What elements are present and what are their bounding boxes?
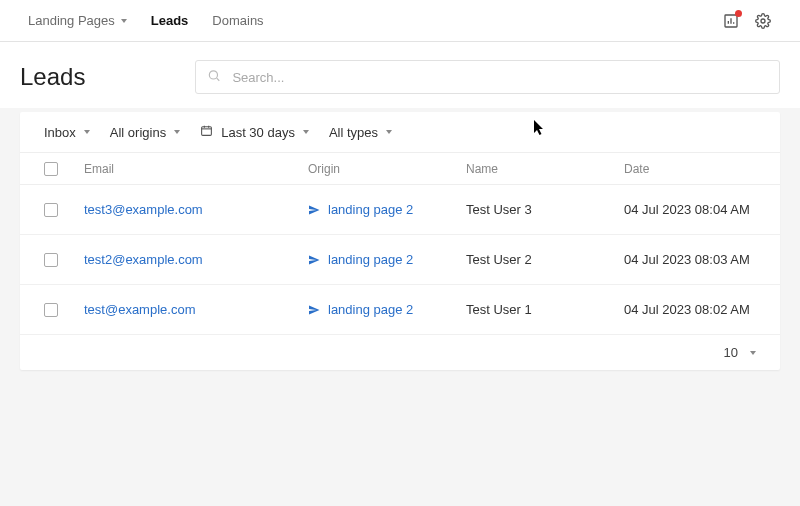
filter-date-range[interactable]: Last 30 days xyxy=(200,124,309,140)
chevron-down-icon xyxy=(750,351,756,355)
nav-item-domains[interactable]: Domains xyxy=(212,13,263,28)
topnav-right xyxy=(722,12,772,30)
nav-label-landing-pages: Landing Pages xyxy=(28,13,115,28)
filter-inbox-label: Inbox xyxy=(44,125,76,140)
calendar-icon xyxy=(200,124,213,140)
nav-item-leads[interactable]: Leads xyxy=(151,13,189,28)
notifications-button[interactable] xyxy=(722,12,740,30)
page-header: Leads xyxy=(0,42,800,108)
table-footer: 10 xyxy=(20,335,780,370)
svg-point-2 xyxy=(210,71,218,79)
col-header-date: Date xyxy=(624,162,756,176)
lead-origin-link[interactable]: landing page 2 xyxy=(328,202,413,217)
col-header-email: Email xyxy=(84,162,308,176)
col-header-name: Name xyxy=(466,162,624,176)
filters-bar: Inbox All origins Last 30 days All types xyxy=(20,112,780,153)
nav-label-leads: Leads xyxy=(151,13,189,28)
page-title: Leads xyxy=(20,63,85,91)
lead-origin-link[interactable]: landing page 2 xyxy=(328,252,413,267)
topnav-left: Landing Pages Leads Domains xyxy=(28,13,264,28)
chevron-down-icon xyxy=(174,130,180,134)
page-size-selector[interactable] xyxy=(750,351,756,355)
lead-date: 04 Jul 2023 08:03 AM xyxy=(624,252,756,267)
lead-email-link[interactable]: test2@example.com xyxy=(84,252,203,267)
search-icon xyxy=(207,69,221,86)
chevron-down-icon xyxy=(121,19,127,23)
table-row: test2@example.com landing page 2 Test Us… xyxy=(20,235,780,285)
settings-button[interactable] xyxy=(754,12,772,30)
col-header-origin: Origin xyxy=(308,162,466,176)
lead-email-link[interactable]: test3@example.com xyxy=(84,202,203,217)
chevron-down-icon xyxy=(386,130,392,134)
svg-point-1 xyxy=(761,19,765,23)
gear-icon xyxy=(755,13,771,29)
lead-email-link[interactable]: test@example.com xyxy=(84,302,195,317)
nav-label-domains: Domains xyxy=(212,13,263,28)
filter-date-range-label: Last 30 days xyxy=(221,125,295,140)
filter-types-label: All types xyxy=(329,125,378,140)
select-all-checkbox[interactable] xyxy=(44,162,58,176)
lead-origin-link[interactable]: landing page 2 xyxy=(328,302,413,317)
filter-origins[interactable]: All origins xyxy=(110,125,180,140)
lead-date: 04 Jul 2023 08:04 AM xyxy=(624,202,756,217)
lead-date: 04 Jul 2023 08:02 AM xyxy=(624,302,756,317)
filter-types[interactable]: All types xyxy=(329,125,392,140)
row-checkbox[interactable] xyxy=(44,303,58,317)
nav-item-landing-pages[interactable]: Landing Pages xyxy=(28,13,127,28)
search-wrap xyxy=(195,60,780,94)
leads-panel: Inbox All origins Last 30 days All types… xyxy=(20,112,780,370)
paper-plane-icon xyxy=(308,304,320,316)
page-size-label: 10 xyxy=(724,345,738,360)
search-input[interactable] xyxy=(195,60,780,94)
table-row: test@example.com landing page 2 Test Use… xyxy=(20,285,780,335)
filter-origins-label: All origins xyxy=(110,125,166,140)
paper-plane-icon xyxy=(308,254,320,266)
notification-dot-icon xyxy=(735,10,742,17)
row-checkbox[interactable] xyxy=(44,253,58,267)
chevron-down-icon xyxy=(303,130,309,134)
lead-name: Test User 1 xyxy=(466,302,624,317)
svg-rect-3 xyxy=(202,127,212,136)
table-header: Email Origin Name Date xyxy=(20,153,780,185)
row-checkbox[interactable] xyxy=(44,203,58,217)
topnav: Landing Pages Leads Domains xyxy=(0,0,800,42)
filter-inbox[interactable]: Inbox xyxy=(44,125,90,140)
chevron-down-icon xyxy=(84,130,90,134)
lead-name: Test User 2 xyxy=(466,252,624,267)
paper-plane-icon xyxy=(308,204,320,216)
lead-name: Test User 3 xyxy=(466,202,624,217)
table-row: test3@example.com landing page 2 Test Us… xyxy=(20,185,780,235)
